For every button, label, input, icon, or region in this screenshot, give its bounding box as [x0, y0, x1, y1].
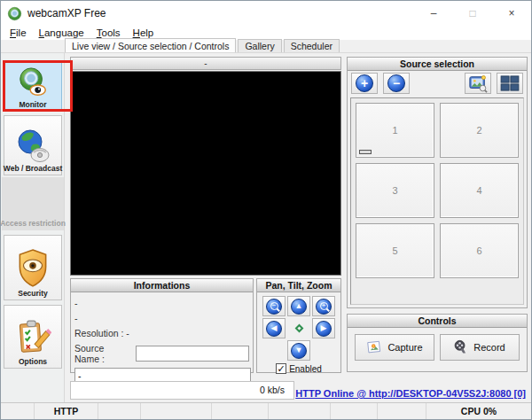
- status-segment: [98, 403, 141, 419]
- ptz-center-home[interactable]: [287, 318, 310, 338]
- capture-label: Capture: [387, 342, 422, 353]
- multi-view-button[interactable]: [497, 73, 523, 94]
- title-bar: webcamXP Free – □ ×: [1, 1, 531, 26]
- sidebar-item-web-broadcast[interactable]: Web / Broadcast: [4, 115, 62, 175]
- window-controls: – □ ×: [414, 1, 531, 26]
- arrow-up-icon: ▲: [295, 302, 303, 310]
- bandwidth-indicator: 0 kb/s: [70, 381, 294, 400]
- add-source-button[interactable]: +: [351, 73, 378, 94]
- source-1-activity-indicator: [359, 150, 372, 154]
- record-button[interactable]: Record: [440, 334, 520, 361]
- source-slot-number: 1: [392, 125, 397, 136]
- arrow-right-icon: ▶: [321, 324, 327, 332]
- status-segment: [212, 403, 269, 419]
- sidebar: Monitor Web / Broadcast Access restricti…: [1, 53, 65, 404]
- informations-header: Informations: [71, 279, 253, 292]
- zoom-out-button[interactable]: −: [262, 296, 286, 316]
- status-segment: [141, 403, 212, 419]
- pan-left-button[interactable]: ◀: [262, 318, 286, 338]
- app-logo-icon: [7, 6, 22, 21]
- minimize-button[interactable]: –: [414, 1, 453, 26]
- zoom-in-button[interactable]: +: [312, 296, 335, 316]
- status-segment: [269, 403, 331, 419]
- sidebar-label-options: Options: [19, 357, 47, 366]
- ptz-enabled-label: Enabled: [289, 364, 322, 374]
- sidebar-label-web-broadcast: Web / Broadcast: [4, 164, 62, 173]
- maximize-button[interactable]: □: [453, 1, 492, 26]
- magnifier-minus-icon: −: [270, 302, 278, 310]
- ptz-spacer: [262, 340, 286, 361]
- pan-right-button[interactable]: ▶: [312, 318, 335, 338]
- source-slot-number: 3: [392, 185, 397, 196]
- source-slot-number: 2: [476, 125, 481, 136]
- source-slot-number: 6: [476, 245, 481, 256]
- source-slot-5[interactable]: 5: [356, 223, 434, 278]
- arrow-down-icon: ▼: [295, 346, 303, 354]
- informations-panel: Informations - - Resolution : - Source N…: [70, 278, 254, 373]
- tab-gallery[interactable]: Gallery: [238, 39, 281, 52]
- sidebar-item-monitor[interactable]: Monitor: [4, 62, 62, 112]
- info-line-2: -: [74, 311, 249, 326]
- app-window: webcamXP Free – □ × File Language Tools …: [0, 0, 532, 420]
- center-diamond-icon: [294, 324, 303, 333]
- sidebar-label-security: Security: [18, 289, 48, 298]
- record-label: Record: [473, 342, 505, 353]
- source-slot-number: 5: [392, 245, 397, 256]
- options-clipboard-icon: [14, 318, 51, 357]
- live-video-preview: [70, 71, 341, 276]
- source-slot-2[interactable]: 2: [440, 103, 519, 158]
- info-resolution: Resolution : -: [74, 326, 249, 341]
- close-button[interactable]: ×: [492, 1, 531, 26]
- source-slot-3[interactable]: 3: [356, 163, 434, 218]
- status-segment: [331, 403, 378, 419]
- source-slot-6[interactable]: 6: [440, 223, 519, 278]
- ptz-spacer: [312, 340, 335, 361]
- security-shield-icon: [14, 248, 51, 289]
- sidebar-item-options[interactable]: Options: [4, 305, 62, 369]
- menu-language[interactable]: Language: [33, 27, 90, 38]
- source-slot-number: 4: [476, 185, 481, 196]
- browse-images-button[interactable]: [465, 73, 491, 94]
- grid-layout-icon: [500, 75, 520, 91]
- controls-header: Controls: [348, 315, 527, 328]
- source-name-input[interactable]: [136, 346, 249, 362]
- source-name-label: Source Name :: [74, 343, 130, 364]
- ptz-header: Pan, Tilt, Zoom: [257, 279, 340, 292]
- minus-icon: −: [387, 74, 405, 92]
- magnifier-plus-icon: +: [320, 302, 328, 310]
- tilt-up-button[interactable]: ▲: [287, 296, 310, 316]
- source-selection-header: Source selection: [348, 58, 527, 71]
- http-online-link[interactable]: HTTP Online @ http://DESKTOP-04V5S2J:808…: [295, 388, 526, 399]
- source-slot-4[interactable]: 4: [440, 163, 519, 218]
- tab-scheduler[interactable]: Scheduler: [284, 39, 340, 52]
- capture-photo-icon: [366, 339, 382, 355]
- controls-panel: Controls Capture: [347, 314, 528, 372]
- status-segment: [1, 403, 35, 419]
- capture-button[interactable]: Capture: [355, 334, 434, 361]
- menu-help[interactable]: Help: [127, 27, 160, 38]
- preview-title: -: [70, 57, 341, 70]
- sidebar-label-access-restriction: Access restriction: [0, 219, 66, 230]
- ptz-panel: Pan, Tilt, Zoom − ▲ + ◀ ▶ ▼ Enabled: [256, 278, 341, 373]
- window-title: webcamXP Free: [27, 7, 106, 19]
- tilt-down-button[interactable]: ▼: [287, 340, 310, 361]
- status-http: HTTP: [35, 403, 98, 419]
- tab-bar: Live view / Source selection / Controls …: [1, 40, 531, 52]
- source-grid: 1 2 3 4 5 6: [350, 97, 524, 305]
- photo-browse-icon: [468, 74, 488, 93]
- sidebar-item-access-restriction: Access restriction: [2, 177, 64, 230]
- record-film-icon: [454, 339, 468, 355]
- web-broadcast-icon: [15, 128, 51, 164]
- status-bar: HTTP CPU 0%: [1, 402, 531, 419]
- sidebar-item-security[interactable]: Security: [4, 235, 62, 300]
- ptz-enabled-checkbox[interactable]: [276, 363, 286, 374]
- webcam-monitor-icon: [16, 66, 50, 100]
- main-content: Monitor Web / Broadcast Access restricti…: [1, 52, 531, 404]
- remove-source-button[interactable]: −: [383, 73, 410, 94]
- menu-file[interactable]: File: [4, 27, 33, 38]
- menu-tools[interactable]: Tools: [90, 27, 127, 38]
- sidebar-label-monitor: Monitor: [19, 100, 46, 109]
- tab-live-view[interactable]: Live view / Source selection / Controls: [65, 38, 236, 52]
- source-slot-1[interactable]: 1: [356, 103, 434, 158]
- status-segment: [378, 403, 426, 419]
